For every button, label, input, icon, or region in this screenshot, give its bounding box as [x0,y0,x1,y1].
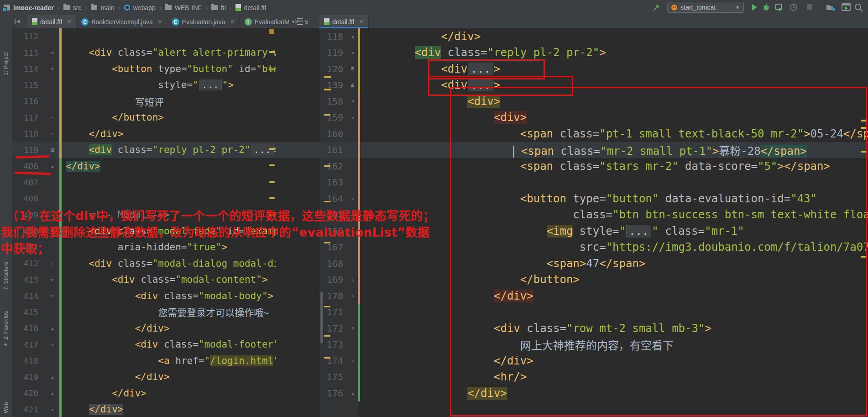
code-line-417[interactable]: 417▿ <div class="modal-footer"> [12,337,276,353]
close-icon[interactable]: ✕ [230,18,235,25]
breadcrumb-item[interactable]: main [100,4,114,11]
fold-marker[interactable]: ▿ [46,341,59,348]
code-text[interactable]: <div class="reply pl-2 pr-2"> [360,46,868,59]
code-text[interactable]: </div> [62,323,276,334]
fold-marker[interactable]: ▿ [348,114,358,121]
fold-marker[interactable]: ▵ [46,374,59,380]
code-line-408[interactable]: 408 [12,190,276,207]
fold-marker[interactable]: ▿ [46,65,59,72]
code-text[interactable]: aria-hidden="true"> [62,242,276,253]
scrollbar-marker[interactable] [269,197,275,199]
code-line-119[interactable]: 119▿ <div class="reply pl-2 pr-2"> [276,45,868,61]
scrollbar-marker[interactable] [269,51,275,53]
code-line-412[interactable]: 412▿ <div class="modal-dialog modal-dial… [12,255,276,272]
code-line-416[interactable]: 416▵ </div> [12,320,276,337]
close-icon[interactable]: ✕ [359,18,364,25]
fold-marker[interactable]: ▿ [348,49,358,56]
fold-marker[interactable]: ▿ [348,98,358,105]
code-text[interactable]: <div class="reply pl-2 pr-2"...> [62,144,276,155]
code-text[interactable]: 您需要登录才可以操作哦~ [62,305,276,319]
fold-marker[interactable]: ▵ [46,163,59,169]
close-icon[interactable]: ✕ [67,18,72,25]
code-text[interactable]: </div> [62,161,276,172]
code-line-115[interactable]: 115 style="..."> [12,77,276,94]
fold-marker[interactable]: ▵ [46,406,59,413]
code-line-419[interactable]: 419▵ </div> [12,369,276,385]
breadcrumb-item[interactable]: src [73,4,82,11]
search-icon[interactable] [854,3,863,12]
code-text[interactable]: </div> [360,30,868,43]
fold-marker[interactable]: ▿ [46,276,59,283]
fold-marker[interactable]: ▵ [348,357,358,364]
code-line-414[interactable]: 414▿ <div class="modal-body"> [12,288,276,304]
code-line-420[interactable]: 420▵ </div> [12,385,276,401]
fold-marker[interactable]: ▵ [46,325,59,332]
scrollbar-marker[interactable] [269,29,274,34]
breadcrumb-item[interactable]: ftl [221,4,226,11]
fold-marker[interactable]: ▵ [348,33,358,40]
stop-button[interactable] [806,3,815,12]
code-text[interactable]: style="..."> [62,79,276,90]
fold-marker[interactable]: ▵ [348,390,358,396]
fold-marker[interactable]: ▵ [46,390,59,396]
fold-marker[interactable]: ▿ [46,260,59,267]
code-line-415[interactable]: 415 您需要登录才可以操作哦~ [12,304,276,321]
code-text[interactable]: </div> [62,388,276,399]
profiler-button[interactable] [790,3,799,12]
scrollbar-marker[interactable] [269,181,275,183]
tool-window-project[interactable]: 1: Project [0,25,12,75]
code-line-407[interactable]: 407 [12,174,276,191]
code-text[interactable]: <a href="/login.html" type [62,355,276,366]
fold-marker[interactable]: ▿ [348,325,358,332]
fold-marker[interactable]: ⊞ [348,82,358,89]
code-line-114[interactable]: 114▿ <button type="button" id="btnEvalu [12,61,276,77]
fold-marker[interactable]: ⊞ [46,147,59,153]
code-line-116[interactable]: 116 写短评 [12,93,276,110]
code-text[interactable]: <div class="modal-content"> [62,274,276,285]
tab-Evaluation.java[interactable]: CEvaluation.java✕ [167,15,240,28]
code-line-117[interactable]: 117▵ </button> [12,110,276,126]
scrollbar-marker[interactable] [269,148,275,150]
hidden-tabs-button[interactable]: ▼ 5 [291,15,308,28]
code-line-112[interactable]: 112 [12,28,276,45]
close-icon[interactable]: ✕ [157,18,162,25]
code-text[interactable]: <div class="modal-footer"> [62,339,276,350]
fold-marker[interactable]: ▿ [46,49,59,56]
code-text[interactable]: </div> [62,404,276,415]
run-window-icon[interactable] [842,3,851,12]
code-line-411[interactable]: 411 aria-hidden="true"> [12,239,276,256]
code-text[interactable]: </button> [62,112,276,123]
code-text[interactable]: 写短评 [62,95,276,108]
run-configuration-select[interactable]: start_tomcat ▼ [667,2,744,13]
fold-marker[interactable]: ▿ [46,292,59,299]
debug-button[interactable] [762,3,771,12]
code-line-421[interactable]: 421▵ </div> [12,401,276,417]
fold-marker[interactable]: ▵ [46,114,59,121]
code-line-418[interactable]: 418 <a href="/login.html" type [12,353,276,369]
code-text[interactable]: <button type="button" id="btnEvalu [62,63,276,74]
code-line-119[interactable]: 119⊞ <div class="reply pl-2 pr-2"...> [12,142,276,158]
run-with-coverage-button[interactable] [775,3,784,12]
fold-marker[interactable]: ▿ [348,195,358,202]
build-hammer-icon[interactable] [652,3,661,12]
fold-marker[interactable]: ▵ [348,276,358,283]
tool-window-favorites[interactable]: ★ 2: Favorites [0,295,12,347]
breadcrumb-item[interactable]: detail.ftl [244,4,266,11]
fold-marker[interactable]: ⊞ [348,65,358,72]
code-text[interactable]: <div class="modal-dialog modal-dialog- [62,258,276,269]
code-text[interactable]: <div class="alert alert-primary w-100 [62,47,276,58]
run-button[interactable] [750,3,759,12]
code-text[interactable]: <div class="modal-body"> [62,290,276,301]
select-in-icon[interactable] [826,3,835,12]
tab-detail.ftl[interactable]: detail.ftl✕ [319,15,369,28]
breadcrumb-item[interactable]: webapp [133,4,156,11]
scroll-tabs-icon[interactable] [15,19,22,24]
fold-marker[interactable]: ▵ [348,292,358,299]
code-line-118[interactable]: 118▵ </div> [12,126,276,142]
scrollbar-marker[interactable] [269,69,275,70]
tool-window-web[interactable]: Web [0,386,12,413]
code-text[interactable]: </div> [62,371,276,382]
tab-detail.ftl[interactable]: detail.ftl✕ [27,15,77,28]
scrollbar-marker[interactable] [269,164,275,166]
code-line-406[interactable]: 406▵</div> [12,158,276,174]
